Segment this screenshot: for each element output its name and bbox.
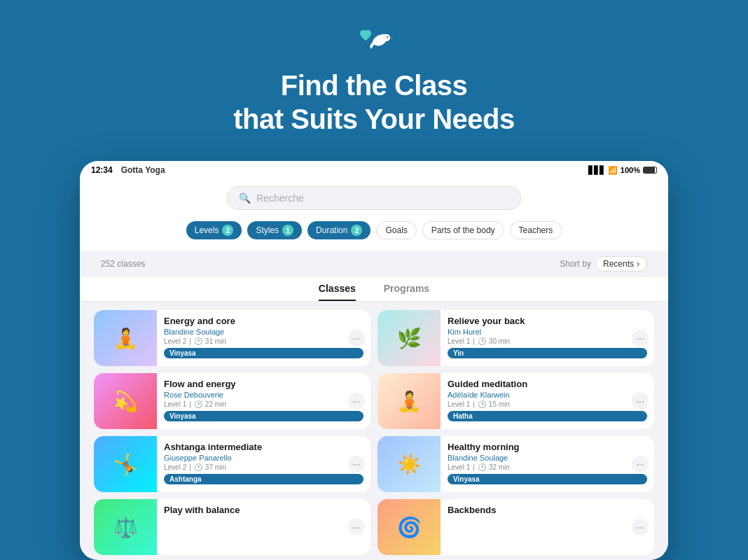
class-info-healthy: Healthy morning Blandine Soulage Level 1… [441, 436, 654, 492]
class-duration-ashtanga: 37 min [205, 463, 226, 471]
class-title-healthy: Healthy morning [448, 442, 647, 452]
class-thumb-balance: ⚖️ [94, 499, 157, 555]
class-tag-energy: Vinyasa [164, 348, 363, 358]
class-info-backbends: Backbends [441, 499, 654, 555]
more-button-ashtanga[interactable]: ··· [348, 456, 365, 472]
chevron-right-icon: › [637, 259, 639, 269]
class-title-ashtanga: Ashtanga intermediate [164, 442, 363, 452]
class-meta-flow: Level 1 | 🕐 22 min [164, 400, 363, 408]
class-tag-meditation: Hatha [448, 411, 647, 421]
filter-goals[interactable]: Goals [376, 221, 416, 239]
more-button-flow[interactable]: ··· [348, 393, 365, 410]
class-thumb-healthy: ☀️ [378, 436, 441, 492]
class-card-flow[interactable]: 💫 Flow and energy Rose Debouverie Level … [94, 373, 370, 429]
filter-parts-label: Parts of the body [431, 225, 495, 235]
class-teacher-relieve: Kim Hurel [448, 328, 647, 336]
class-card-balance[interactable]: ⚖️ Play with balance ··· [94, 499, 370, 555]
class-teacher-flow: Rose Debouverie [164, 391, 363, 399]
filter-duration[interactable]: Duration 2 [307, 221, 370, 239]
results-count: 252 classes [101, 259, 145, 269]
app-content: 🔍 Recherche Levels 2 Styles 1 Duration 2 [80, 178, 668, 557]
class-teacher-ashtanga: Giuseppe Panarello [164, 454, 363, 462]
class-tag-healthy: Vinyasa [448, 474, 647, 484]
wifi-icon: 📶 [608, 166, 618, 175]
more-button-backbends[interactable]: ··· [632, 519, 649, 536]
more-button-balance[interactable]: ··· [348, 519, 365, 536]
sort-button[interactable]: Recents › [595, 256, 647, 272]
class-teacher-meditation: Adélaïde Klarwein [448, 391, 647, 399]
clock-icon: 🕐 [194, 337, 202, 345]
class-duration-energy: 31 min [205, 337, 226, 345]
filter-levels-badge: 2 [222, 225, 233, 236]
class-title-energy: Energy and core [164, 316, 363, 326]
more-button-healthy[interactable]: ··· [632, 456, 649, 472]
svg-point-2 [387, 36, 388, 38]
class-info-flow: Flow and energy Rose Debouverie Level 1 … [157, 373, 370, 429]
class-thumb-ashtanga: 🤸 [94, 436, 157, 492]
hero-section: Find the Class that Suits Your Needs [0, 0, 748, 136]
class-title-meditation: Guided meditation [448, 379, 647, 389]
filter-levels[interactable]: Levels 2 [186, 221, 242, 239]
class-duration-meditation: 15 min [489, 400, 510, 408]
clock-icon-flow: 🕐 [194, 400, 202, 408]
status-icons: ▋▋▋ 📶 100% [588, 166, 657, 175]
filter-pills: Levels 2 Styles 1 Duration 2 Goals Parts… [91, 217, 657, 245]
class-meta-meditation: Level 1 | 🕐 15 min [448, 400, 647, 408]
class-level-healthy: Level 1 [448, 463, 470, 471]
logo-area [353, 21, 395, 56]
filter-levels-label: Levels [195, 225, 219, 235]
class-meta-relieve: Level 1 | 🕐 30 min [448, 337, 647, 345]
class-thumb-relieve: 🌿 [378, 310, 441, 366]
filter-parts[interactable]: Parts of the body [422, 221, 504, 239]
more-button-energy[interactable]: ··· [348, 330, 365, 346]
class-card-backbends[interactable]: 🌀 Backbends ··· [378, 499, 654, 555]
class-tag-relieve: Yin [448, 348, 647, 358]
svg-point-1 [383, 34, 390, 41]
more-button-relieve[interactable]: ··· [632, 330, 649, 346]
class-duration-relieve: 30 min [489, 337, 510, 345]
class-level-ashtanga: Level 2 [164, 463, 186, 471]
class-card-meditation[interactable]: 🧘 Guided meditation Adélaïde Klarwein Le… [378, 373, 654, 429]
sort-label: Short by [560, 259, 591, 269]
battery-bar [643, 167, 657, 174]
class-title-flow: Flow and energy [164, 379, 363, 389]
class-info-balance: Play with balance [157, 499, 370, 555]
battery-icon: 100% [621, 166, 640, 174]
filter-duration-badge: 2 [351, 225, 362, 236]
class-tag-ashtanga: Ashtanga [164, 474, 363, 484]
class-title-relieve: Relieve your back [448, 316, 647, 326]
more-button-meditation[interactable]: ··· [632, 393, 649, 410]
content-tabs: Classes Programs [80, 277, 668, 302]
class-card-relieve[interactable]: 🌿 Relieve your back Kim Hurel Level 1 | … [378, 310, 654, 366]
search-icon: 🔍 [239, 192, 251, 204]
search-bar[interactable]: 🔍 Recherche [227, 186, 521, 210]
class-level-relieve: Level 1 [448, 337, 470, 345]
class-teacher-healthy: Blandine Soulage [448, 454, 647, 462]
tab-classes[interactable]: Classes [319, 283, 356, 301]
class-meta-healthy: Level 1 | 🕐 32 min [448, 463, 647, 471]
clock-icon-meditation: 🕐 [478, 400, 486, 408]
class-level-flow: Level 1 [164, 400, 186, 408]
filter-styles[interactable]: Styles 1 [247, 221, 302, 239]
filter-styles-label: Styles [256, 225, 279, 235]
class-card-energy[interactable]: 🧘 Energy and core Blandine Soulage Level… [94, 310, 370, 366]
filter-teachers-label: Teachers [519, 225, 553, 235]
class-info-relieve: Relieve your back Kim Hurel Level 1 | 🕐 … [441, 310, 654, 366]
class-title-balance: Play with balance [164, 505, 363, 515]
search-placeholder: Recherche [256, 192, 304, 204]
filter-teachers[interactable]: Teachers [510, 221, 562, 239]
class-teacher-energy: Blandine Soulage [164, 328, 363, 336]
class-card-ashtanga[interactable]: 🤸 Ashtanga intermediate Giuseppe Panarel… [94, 436, 370, 492]
logo-icon [353, 21, 395, 56]
class-duration-healthy: 32 min [489, 463, 510, 471]
signal-icon: ▋▋▋ [588, 166, 605, 175]
class-thumb-flow: 💫 [94, 373, 157, 429]
filter-styles-badge: 1 [282, 225, 293, 236]
sort-by: Short by Recents › [560, 256, 647, 272]
clock-icon-relieve: 🕐 [478, 337, 486, 345]
tab-programs[interactable]: Programs [384, 283, 429, 301]
status-bar: 12:34 Gotta Yoga ▋▋▋ 📶 100% [80, 161, 668, 178]
status-app-name: Gotta Yoga [121, 165, 165, 175]
class-meta-energy: Level 2 | 🕐 31 min [164, 337, 363, 345]
class-card-healthy[interactable]: ☀️ Healthy morning Blandine Soulage Leve… [378, 436, 654, 492]
